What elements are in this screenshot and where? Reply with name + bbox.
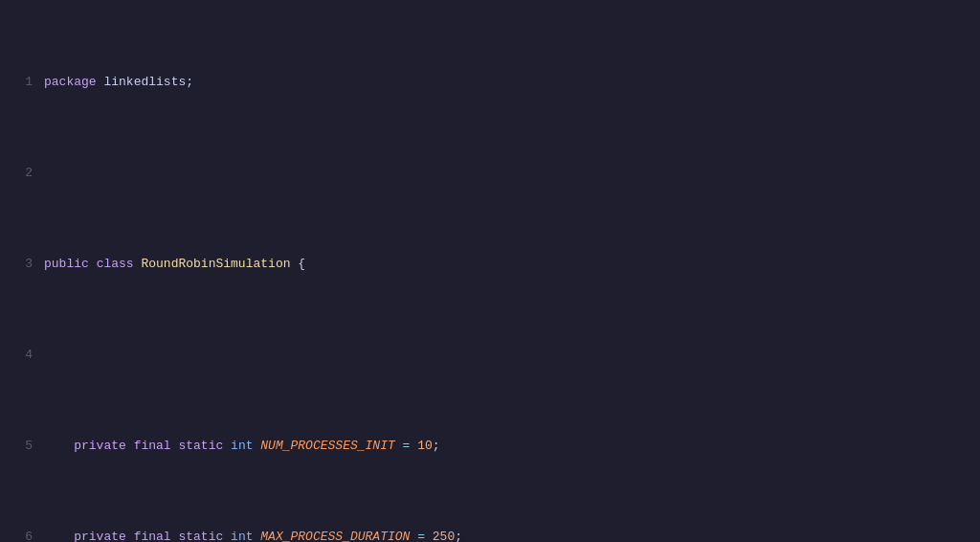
code-editor: 1 package linkedlists; 2 3 public class … — [0, 0, 980, 542]
line-1: 1 package linkedlists; — [4, 73, 980, 91]
line-2: 2 — [4, 164, 980, 182]
line-6: 6 private final static int MAX_PROCESS_D… — [4, 528, 980, 542]
line-5: 5 private final static int NUM_PROCESSES… — [4, 437, 980, 455]
line-4: 4 — [4, 346, 980, 364]
code-content: 1 package linkedlists; 2 3 public class … — [0, 0, 980, 542]
line-3: 3 public class RoundRobinSimulation { — [4, 255, 980, 273]
